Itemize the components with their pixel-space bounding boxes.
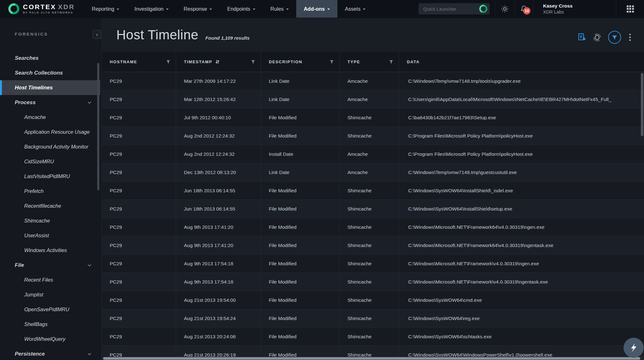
table-row[interactable]: PC29 Aug 21st 2013 20:24:06 File Modifie… xyxy=(102,328,644,346)
cell-hostname: PC29 xyxy=(102,255,176,273)
results-summary: Found 1,109 results xyxy=(205,35,250,41)
user-menu[interactable]: Kasey Cross XDR Labs xyxy=(533,3,616,15)
table-row[interactable]: PC29 Mar 12th 2012 15:26:42 Link Date Am… xyxy=(102,90,644,109)
sidebar-item-windows-activities[interactable]: Windows Activities xyxy=(0,243,100,258)
sidebar-scrollbar[interactable] xyxy=(97,63,99,190)
sidebar-item-searches[interactable]: Searches xyxy=(0,51,100,65)
user-name: Kasey Cross xyxy=(543,3,573,9)
settings-button[interactable] xyxy=(495,5,514,13)
cell-description: File Modified xyxy=(261,182,340,200)
sidebar-item-amcache[interactable]: Amcache xyxy=(0,110,100,125)
sidebar-item-label: Shimcache xyxy=(24,218,50,224)
sidebar-item-recentfilecache[interactable]: Recentfilecache xyxy=(0,199,100,213)
cortex-xdr-app: CORTEXXDR BY PALO ALTO NETWORKS Reportin… xyxy=(0,0,644,360)
sidebar-item-label: CidSizeMRU xyxy=(24,159,54,165)
sidebar-item-userassist[interactable]: UserAssist xyxy=(0,228,100,243)
sidebar-item-label: Recent Files xyxy=(24,277,53,283)
cell-hostname: PC29 xyxy=(102,90,176,108)
sidebar-item-recent-files[interactable]: Recent Files xyxy=(0,273,100,287)
table-row[interactable]: PC29 Aug 9th 2013 17:54:18 File Modified… xyxy=(102,273,644,291)
collapse-sidebar-button[interactable]: ‹ xyxy=(93,30,101,39)
topnav-investigation[interactable]: Investigation xyxy=(127,0,176,18)
topnav-add-ons[interactable]: Add-ons xyxy=(296,0,337,18)
column-header-description[interactable]: DESCRIPTION xyxy=(261,52,340,72)
sidebar-item-cidsizemru[interactable]: CidSizeMRU xyxy=(0,154,100,169)
sidebar-item-jumplist[interactable]: Jumplist xyxy=(0,287,100,302)
cell-data: C:\Windows\SysWOW64\InstallShield\setup.… xyxy=(399,200,644,218)
funnel-filter-icon[interactable] xyxy=(389,60,393,64)
sidebar-item-opensavepidlmru[interactable]: OpenSavePidlMRU xyxy=(0,302,100,317)
sidebar-item-host-timelines[interactable]: Host Timelines xyxy=(0,80,100,95)
export-table-icon xyxy=(577,33,586,42)
export-table-button[interactable] xyxy=(577,33,586,42)
sidebar-item-label: File xyxy=(15,262,24,268)
sidebar-item-process[interactable]: Process xyxy=(0,95,100,110)
refresh-button[interactable] xyxy=(592,33,602,42)
table-row[interactable]: PC29 Jun 18th 2013 06:14:55 File Modifie… xyxy=(102,182,644,200)
table-row[interactable]: PC29 Dec 13th 2012 08:13:20 Link Date Am… xyxy=(102,163,644,182)
user-org: XDR Labs xyxy=(543,9,573,15)
filter-button[interactable] xyxy=(608,31,621,44)
funnel-filter-icon[interactable] xyxy=(251,60,255,64)
help-widget-button[interactable] xyxy=(624,338,644,358)
sidebar-item-shimcache[interactable]: Shimcache xyxy=(0,213,100,228)
sidebar-item-search-collections[interactable]: Search Collections xyxy=(0,65,100,80)
table-horizontal-scrollbar[interactable] xyxy=(103,357,640,360)
topnav-reporting[interactable]: Reporting xyxy=(84,0,127,18)
column-header-data[interactable]: DATA xyxy=(399,52,644,72)
table-row[interactable]: PC29 Aug 2nd 2012 12:24:32 Install Date … xyxy=(102,145,644,163)
column-header-label: TYPE xyxy=(347,59,360,64)
sidebar-item-application-resource-usage[interactable]: Application Resource Usage xyxy=(0,125,100,139)
sidebar-item-label: Amcache xyxy=(24,114,46,120)
cell-type: Shimcache xyxy=(340,127,399,145)
table-row[interactable]: PC29 Aug 21st 2013 19:54:00 File Modifie… xyxy=(102,291,644,309)
column-header-hostname[interactable]: HOSTNAME xyxy=(102,52,176,72)
table-vertical-scrollbar[interactable] xyxy=(641,73,643,136)
topnav-endpoints[interactable]: Endpoints xyxy=(219,0,263,18)
chevron-down-icon xyxy=(286,8,289,10)
sort-icon xyxy=(215,59,220,64)
chevron-down-icon[interactable] xyxy=(87,264,92,267)
topnav-response[interactable]: Response xyxy=(176,0,219,18)
sidebar-item-prefetch[interactable]: Prefetch xyxy=(0,184,100,199)
app-switcher-button[interactable] xyxy=(616,5,644,13)
page-title: Host Timeline xyxy=(116,27,198,42)
table-row[interactable]: PC29 Aug 9th 2013 17:41:20 File Modified… xyxy=(102,218,644,236)
table-row[interactable]: PC29 Mar 27th 2009 14:17:22 Link Date Am… xyxy=(102,72,644,90)
sidebar-item-label: Prefetch xyxy=(24,188,43,194)
table-row[interactable]: PC29 Jul 9th 2012 00:40:10 File Modified… xyxy=(102,109,644,127)
notifications-button[interactable]: 10 xyxy=(515,5,533,13)
more-options-button[interactable] xyxy=(627,33,633,42)
table-row[interactable]: PC29 Aug 21st 2013 19:54:24 File Modifie… xyxy=(102,309,644,328)
cell-data: C:\Program Files\Microsoft Policy Platfo… xyxy=(399,127,644,145)
table-row[interactable]: PC29 Aug 9th 2013 17:54:18 File Modified… xyxy=(102,255,644,273)
topnav-rules[interactable]: Rules xyxy=(263,0,296,18)
quick-launcher-input[interactable]: Quick Launcher xyxy=(419,3,490,14)
chevron-down-icon[interactable] xyxy=(87,101,92,104)
cell-description: File Modified xyxy=(261,328,340,346)
cell-timestamp: Aug 21st 2013 20:24:06 xyxy=(176,328,261,346)
settings-gear-icon xyxy=(501,5,509,13)
table-row[interactable]: PC29 Aug 2nd 2012 12:24:32 File Modified… xyxy=(102,127,644,145)
funnel-filter-icon[interactable] xyxy=(166,60,170,64)
sidebar-item-wordwheelquery[interactable]: WordWheelQuery xyxy=(0,332,100,346)
sidebar-item-lastvisitedpidlmru[interactable]: LastVisitedPidlMRU xyxy=(0,169,100,184)
column-header-timestamp[interactable]: TIMESTAMP xyxy=(176,52,261,72)
topnav-assets[interactable]: Assets xyxy=(337,0,373,18)
cell-hostname: PC29 xyxy=(102,127,176,145)
table-row[interactable]: PC29 Aug 9th 2013 17:41:20 File Modified… xyxy=(102,236,644,255)
sidebar-item-label: Application Resource Usage xyxy=(24,129,90,135)
sidebar-item-persistence[interactable]: Persistence xyxy=(0,346,100,360)
sidebar-item-label: Process xyxy=(15,99,36,106)
column-header-label: DESCRIPTION xyxy=(269,59,302,64)
table-row[interactable]: PC29 Jun 18th 2013 06:14:55 File Modifie… xyxy=(102,200,644,218)
sidebar-item-file[interactable]: File xyxy=(0,258,100,273)
chevron-down-icon xyxy=(363,8,365,10)
cell-timestamp: Mar 27th 2009 14:17:22 xyxy=(176,72,261,90)
funnel-filter-icon[interactable] xyxy=(330,60,334,64)
sidebar-item-background-activity-monitor[interactable]: Background Activity Monitor xyxy=(0,139,100,154)
sidebar-item-shellbags[interactable]: ShellBags xyxy=(0,317,100,332)
chevron-down-icon[interactable] xyxy=(87,353,92,355)
column-header-type[interactable]: TYPE xyxy=(340,52,399,72)
cortex-xdr-logo[interactable]: CORTEXXDR BY PALO ALTO NETWORKS xyxy=(0,0,84,18)
